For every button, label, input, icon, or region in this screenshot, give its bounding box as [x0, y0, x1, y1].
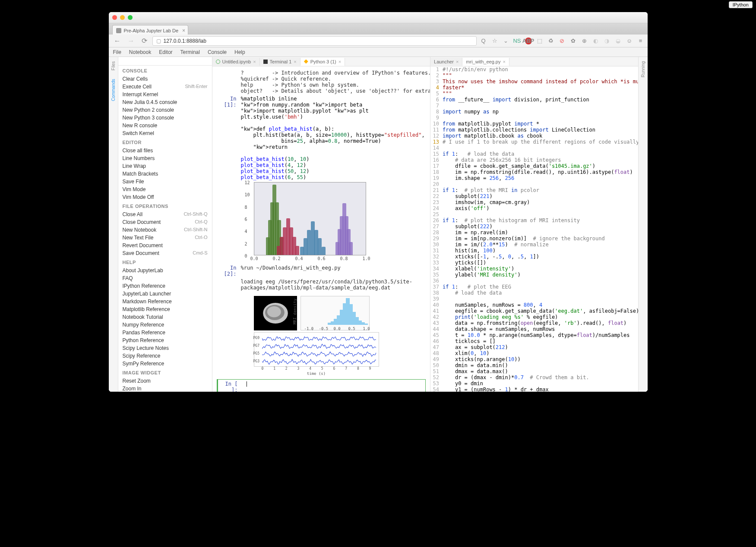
- rail-commands-tab[interactable]: Commands: [111, 79, 116, 101]
- editor-line[interactable]: 45 t = 10.0 * np.arange(numSamples, dtyp…: [430, 332, 638, 338]
- rail-running-tab[interactable]: Running: [641, 61, 645, 77]
- editor-line[interactable]: 5""": [430, 91, 638, 97]
- input-cell-2[interactable]: In [2]: %run ~/Downloads/mri_with_eeg.py: [217, 265, 426, 277]
- plus-icon[interactable]: ⊕: [581, 38, 588, 44]
- back-button[interactable]: ←: [112, 37, 123, 45]
- user-icon[interactable]: ☺: [626, 38, 633, 44]
- command-item[interactable]: New Julia 0.4.5 console: [118, 98, 212, 106]
- ext-icon[interactable]: ◐: [592, 38, 599, 44]
- command-item[interactable]: New NotebookCtrl-Shift-N: [118, 226, 212, 234]
- editor-line[interactable]: 6from __future__ import division, print_…: [430, 97, 638, 103]
- command-item[interactable]: New Python 3 console: [118, 114, 212, 122]
- url-input[interactable]: ▢ 127.0.0.1:8888/lab: [152, 36, 477, 46]
- command-item[interactable]: Interrupt Kernel: [118, 91, 212, 98]
- editor-line[interactable]: 14: [430, 145, 638, 151]
- editor-line[interactable]: 9: [430, 115, 638, 121]
- editor-line[interactable]: 27 subplot(222): [430, 223, 638, 229]
- editor-line[interactable]: 36: [430, 278, 638, 284]
- gear-icon[interactable]: ✿: [570, 38, 577, 44]
- editor-line[interactable]: 20: [430, 181, 638, 187]
- close-icon[interactable]: ×: [294, 59, 296, 64]
- editor-line[interactable]: 18 im = np.fromstring(dfile.read(), np.u…: [430, 169, 638, 175]
- command-item[interactable]: Vim Mode: [118, 185, 212, 193]
- pocket-icon[interactable]: ⌄: [503, 38, 509, 44]
- command-item[interactable]: About JupyterLab: [118, 267, 212, 274]
- command-item[interactable]: Notebook Tutorial: [118, 313, 212, 321]
- browser-tab[interactable]: Pre-Alpha Jupyter Lab De ×: [112, 25, 189, 35]
- command-item[interactable]: Match Brackets: [118, 170, 212, 178]
- tab-untitled-ipynb[interactable]: Untitled.ipynb×: [212, 58, 260, 66]
- command-item[interactable]: New Python 2 console: [118, 106, 212, 114]
- input-cell-1[interactable]: In [1]: %matplotlib inline "kw">from num…: [217, 96, 426, 180]
- command-item[interactable]: Revert Document: [118, 242, 212, 249]
- command-item[interactable]: IPython Reference: [118, 282, 212, 290]
- command-item[interactable]: Close AllCtrl-Shift-Q: [118, 211, 212, 218]
- editor-line[interactable]: 48 xlim(0, 10): [430, 350, 638, 356]
- editor-line[interactable]: 54 y1 = (numRows - 1) * dr + dmax: [430, 387, 638, 392]
- ext2-icon[interactable]: ◑: [604, 38, 610, 44]
- menu-file[interactable]: File: [113, 49, 121, 55]
- editor-line[interactable]: 35 ylabel('MRI density'): [430, 272, 638, 278]
- editor-line[interactable]: 34 xlabel('intensity'): [430, 266, 638, 272]
- menu-terminal[interactable]: Terminal: [180, 49, 200, 55]
- close-window-button[interactable]: [112, 15, 117, 20]
- ext3-icon[interactable]: ◒: [615, 38, 622, 44]
- menu-console[interactable]: Console: [208, 49, 227, 55]
- editor-line[interactable]: 2""": [430, 72, 638, 79]
- tab-mri_with_eeg-py[interactable]: mri_with_eeg.py×: [462, 58, 509, 66]
- command-item[interactable]: Switch Kernel: [118, 129, 212, 137]
- editor-line[interactable]: 29 im = im[np.nonzero(im)] # ignore the …: [430, 236, 638, 242]
- editor-line[interactable]: 15if 1: # load the data: [430, 151, 638, 157]
- editor-line[interactable]: 47 ax = subplot(212): [430, 344, 638, 350]
- editor-line[interactable]: 28 im = np.ravel(im): [430, 229, 638, 236]
- tab-terminal-1[interactable]: Terminal 1×: [260, 58, 301, 66]
- block-icon[interactable]: ⊘: [559, 38, 566, 44]
- command-item[interactable]: Save File: [118, 178, 212, 185]
- command-item[interactable]: FAQ: [118, 274, 212, 282]
- command-item[interactable]: Reset Zoom: [118, 377, 212, 385]
- editor-line[interactable]: 37if 1: # plot the EEG: [430, 284, 638, 290]
- editor-content[interactable]: 1#!/usr/bin/env python2"""3This now uses…: [430, 66, 638, 392]
- command-item[interactable]: Markdown Reference: [118, 298, 212, 305]
- editor-line[interactable]: 23 imshow(im, cmap=cm.gray): [430, 199, 638, 205]
- editor-line[interactable]: 22 subplot(221): [430, 193, 638, 199]
- editor-line[interactable]: 49 xticks(np.arange(10)): [430, 356, 638, 362]
- command-item[interactable]: Scipy Reference: [118, 352, 212, 360]
- command-item[interactable]: Line Wrap: [118, 162, 212, 170]
- editor-line[interactable]: 52 dr = (dmax - dmin)*0.7 # Crowd them a…: [430, 374, 638, 380]
- tab-python-3-1-[interactable]: Python 3 (1)×: [301, 58, 345, 66]
- editor-line[interactable]: 25: [430, 211, 638, 217]
- command-item[interactable]: Save DocumentCmd-S: [118, 249, 212, 257]
- command-item[interactable]: Line Numbers: [118, 154, 212, 162]
- editor-line[interactable]: 39: [430, 296, 638, 302]
- command-item[interactable]: Pandas Reference: [118, 329, 212, 336]
- tab-launcher[interactable]: Launcher×: [430, 58, 462, 66]
- command-item[interactable]: Matplotlib Reference: [118, 305, 212, 313]
- command-item[interactable]: Close all files: [118, 147, 212, 154]
- editor-line[interactable]: 8import numpy as np: [430, 109, 638, 115]
- editor-line[interactable]: 30 im = im/(2.0**15) # normalize: [430, 242, 638, 248]
- editor-line[interactable]: 44 data.shape = numSamples, numRows: [430, 326, 638, 332]
- command-item[interactable]: Python Reference: [118, 336, 212, 344]
- editor-line[interactable]: 21if 1: # plot the MRI in pcolor: [430, 187, 638, 193]
- editor-line[interactable]: 41 eegfile = cbook.get_sample_data('eeg.…: [430, 308, 638, 314]
- editor-line[interactable]: 16 # data are 256x256 16 bit integers: [430, 157, 638, 163]
- menu-editor[interactable]: Editor: [159, 49, 172, 55]
- search-ext-icon[interactable]: Q: [480, 38, 487, 44]
- noscript-icon[interactable]: NS: [514, 38, 521, 44]
- reload-button[interactable]: ⟳: [140, 37, 149, 45]
- notebook-content[interactable]: ? -> Introduction and overview of IPytho…: [212, 66, 430, 392]
- menu-help[interactable]: Help: [234, 49, 245, 55]
- close-icon[interactable]: ×: [338, 59, 341, 64]
- editor-line[interactable]: 24 axis('off'): [430, 205, 638, 211]
- editor-line[interactable]: 38 # load the data: [430, 290, 638, 296]
- editor-line[interactable]: 3This now uses the imshow command instea…: [430, 79, 638, 85]
- editor-line[interactable]: 40 numSamples, numRows = 800, 4: [430, 302, 638, 308]
- active-code-input[interactable]: [242, 381, 426, 387]
- forward-button[interactable]: →: [126, 37, 136, 45]
- recycle-icon[interactable]: ♻: [547, 38, 554, 44]
- editor-line[interactable]: 4faster*: [430, 85, 638, 91]
- adblock-icon[interactable]: ABP: [525, 38, 532, 44]
- editor-line[interactable]: 51 dmax = data.max(): [430, 368, 638, 374]
- cast-icon[interactable]: ⬚: [536, 38, 543, 44]
